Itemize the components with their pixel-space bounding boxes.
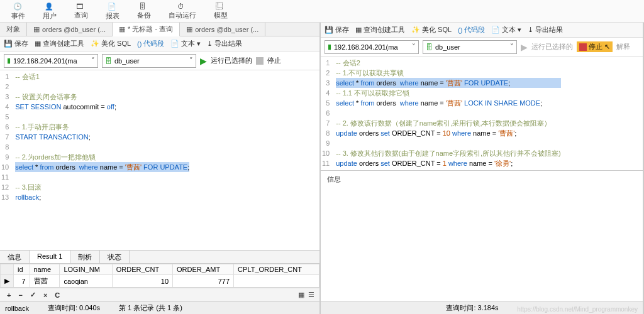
grid-header-row: idnameLOGIN_NMORDER_CNTORDER_AMTCPLT_ORD…: [1, 264, 319, 275]
left-code[interactable]: -- 会话1-- 设置关闭会话事务SET SESSION autocommit …: [13, 70, 192, 250]
run-label: 运行已选择的: [211, 56, 252, 65]
query-icon: 🗔: [76, 3, 86, 10]
database-combo[interactable]: 🗄db_user˅: [102, 54, 196, 68]
doc-icon: 📄: [491, 26, 500, 34]
stop-button[interactable]: [256, 57, 264, 65]
server-combo[interactable]: ▮192.168.204.201(ma˅: [4, 54, 98, 68]
left-gutter: 12345678910111213: [0, 70, 13, 250]
left-result-tabs: 信息 Result 1 剖析 状态: [0, 250, 319, 264]
result-grid[interactable]: idnameLOGIN_NMORDER_CNTORDER_AMTCPLT_ORD…: [0, 264, 319, 288]
rtab-profile[interactable]: 剖析: [70, 251, 100, 263]
qb-icon: ▦: [355, 26, 362, 34]
split-panes: 对象 ▦orders @db_user (... ▦* 无标题 - 查询 ▦or…: [0, 23, 644, 314]
beautify-button[interactable]: ✨美化 SQL: [91, 39, 131, 48]
left-pane: 对象 ▦orders @db_user (... ▦* 无标题 - 查询 ▦or…: [0, 23, 321, 314]
run-button[interactable]: ▶: [521, 42, 528, 52]
tab-objects[interactable]: 对象: [0, 23, 27, 36]
left-statusbar: rollback 查询时间: 0.040s 第 1 条记录 (共 1 条): [0, 301, 319, 314]
save-button[interactable]: 💾保存: [4, 39, 28, 48]
toolbar-backup[interactable]: 🗄备份: [128, 1, 160, 21]
cursor-icon: ↖: [604, 43, 610, 51]
snippets-button[interactable]: ()代码段: [137, 39, 164, 48]
add-row-button[interactable]: +: [5, 291, 13, 299]
backup-icon: 🗄: [139, 3, 149, 10]
server-combo[interactable]: ▮192.168.204.201(ma˅: [325, 40, 419, 54]
refresh-button[interactable]: C: [53, 291, 62, 299]
brackets-icon: (): [137, 40, 142, 48]
user-icon: 👤: [45, 3, 55, 11]
save-icon: 💾: [325, 26, 333, 34]
report-icon: 📄: [108, 3, 118, 11]
row-indicator-icon: ▶: [1, 275, 14, 288]
query-builder-button[interactable]: ▦查询创建工具: [355, 25, 405, 35]
chevron-down-icon: ˅: [91, 57, 95, 65]
message-panel: 信息: [321, 170, 643, 188]
explain-label[interactable]: 解释: [616, 42, 630, 51]
right-sql-editor[interactable]: 1234567891011 -- 会话2-- 1.不可以获取共享锁select …: [321, 57, 643, 170]
toolbar-model[interactable]: ⿺模型: [205, 1, 236, 21]
tab-orders-1[interactable]: ▦orders @db_user (...: [27, 23, 113, 36]
left-grid-footer: + − ✓ × C ▦ ☰: [0, 288, 319, 301]
apply-button[interactable]: ✓: [28, 291, 38, 299]
right-gutter: 1234567891011: [321, 57, 333, 170]
database-combo[interactable]: 🗄db_user˅: [423, 40, 517, 54]
grid-view-icon[interactable]: ▦: [298, 291, 304, 299]
beautify-button[interactable]: ✨美化 SQL: [411, 25, 452, 35]
delete-row-button[interactable]: −: [16, 291, 24, 299]
main-toolbar: 🕒事件 👤用户 🗔查询 📄报表 🗄备份 ⏱自动运行 ⿺模型: [0, 0, 644, 23]
table-icon: ▦: [33, 25, 40, 33]
cancel-button[interactable]: ×: [42, 291, 49, 299]
query-icon: ▦: [119, 25, 125, 33]
wand-icon: ✨: [411, 26, 420, 34]
left-connection-row: ▮192.168.204.201(ma˅ 🗄db_user˅ ▶ 运行已选择的 …: [0, 51, 319, 70]
status-sql: rollback: [5, 305, 29, 312]
stop-button-active[interactable]: 停止 ↖: [577, 41, 613, 52]
rtab-info[interactable]: 信息: [0, 251, 30, 263]
rtab-result1[interactable]: Result 1: [30, 251, 70, 263]
save-button[interactable]: 💾保存: [325, 25, 349, 35]
toolbar-schedule[interactable]: ⏱自动运行: [160, 1, 205, 21]
tab-orders-2[interactable]: ▦orders @db_user (...: [180, 23, 265, 36]
form-view-icon[interactable]: ☰: [308, 291, 314, 299]
db-icon: 🗄: [105, 57, 112, 65]
left-subtoolbar: 💾保存 ▦查询创建工具 ✨美化 SQL ()代码段 📄文本 ▾ ⤓导出结果: [0, 36, 319, 51]
qb-icon: ▦: [35, 40, 41, 48]
export-button[interactable]: ⤓导出结果: [528, 25, 563, 35]
toolbar-reports[interactable]: 📄报表: [97, 1, 128, 21]
schedule-icon: ⏱: [177, 3, 187, 10]
message-label: 信息: [327, 175, 341, 183]
brackets-icon: (): [458, 26, 462, 34]
rtab-status[interactable]: 状态: [100, 251, 130, 263]
app-root: 🕒事件 👤用户 🗔查询 📄报表 🗄备份 ⏱自动运行 ⿺模型 对象 ▦orders…: [0, 0, 644, 314]
right-pane: 💾保存 ▦查询创建工具 ✨美化 SQL ()代码段 📄文本 ▾ ⤓导出结果 ▮1…: [321, 23, 644, 314]
run-button[interactable]: ▶: [200, 56, 207, 66]
snippets-button[interactable]: ()代码段: [458, 25, 485, 35]
right-code[interactable]: -- 会话2-- 1.不可以获取共享锁select * from orders …: [333, 57, 564, 170]
stop-icon: [579, 43, 587, 51]
run-label: 运行已选择的: [531, 42, 573, 51]
toolbar-query[interactable]: 🗔查询: [65, 1, 97, 21]
chevron-down-icon: ˅: [412, 43, 416, 51]
toolbar-users[interactable]: 👤用户: [34, 1, 65, 21]
watermark: https://blog.csdn.net/Mind_programmonkey: [517, 306, 638, 313]
grid-row[interactable]: ▶ 7 曹茜 caoqian 10 777: [1, 275, 319, 288]
clock-icon: 🕒: [13, 3, 23, 11]
query-builder-button[interactable]: ▦查询创建工具: [35, 39, 84, 48]
model-icon: ⿺: [216, 3, 226, 10]
left-tabstrip: 对象 ▦orders @db_user (... ▦* 无标题 - 查询 ▦or…: [0, 23, 319, 36]
right-subtoolbar: 💾保存 ▦查询创建工具 ✨美化 SQL ()代码段 📄文本 ▾ ⤓导出结果: [321, 23, 643, 38]
text-button[interactable]: 📄文本 ▾: [491, 25, 521, 35]
status-query-time: 查询时间: 3.184s: [446, 303, 498, 313]
toolbar-events[interactable]: 🕒事件: [3, 1, 34, 21]
table-icon: ▦: [186, 25, 192, 33]
export-button[interactable]: ⤓导出结果: [207, 39, 242, 48]
doc-icon: 📄: [170, 40, 179, 48]
save-icon: 💾: [4, 40, 13, 48]
left-sql-editor[interactable]: 12345678910111213 -- 会话1-- 设置关闭会话事务SET S…: [0, 70, 319, 250]
chevron-down-icon: ˅: [510, 43, 514, 51]
export-icon: ⤓: [207, 40, 213, 48]
text-button[interactable]: 📄文本 ▾: [170, 39, 201, 48]
chevron-down-icon: ˅: [189, 57, 193, 65]
tab-untitled-query[interactable]: ▦* 无标题 - 查询: [113, 23, 180, 36]
status-record-count: 第 1 条记录 (共 1 条): [119, 303, 182, 313]
